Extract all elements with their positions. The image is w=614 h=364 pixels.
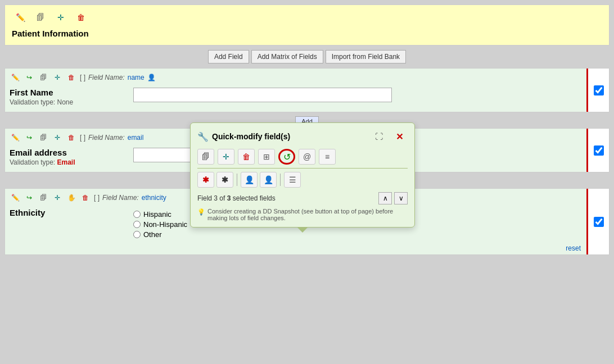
radio-other-input[interactable] xyxy=(133,231,141,238)
field-name-label: Field Name: xyxy=(88,74,125,81)
popup-user-icon[interactable]: 👤 xyxy=(241,172,258,188)
field-name-value: name xyxy=(128,74,145,81)
move-ethnicity-icon[interactable]: ✛ xyxy=(52,192,63,203)
field-name-value-email: email xyxy=(128,134,144,142)
popup-grid-icon[interactable]: ⊞ xyxy=(258,149,275,165)
patient-info-toolbar: ✏️ 🗐 ✛ 🗑 xyxy=(12,10,602,25)
select-email-checkbox[interactable] xyxy=(594,145,604,156)
popup-copy-icon[interactable]: 🗐 xyxy=(197,149,214,165)
add-matrix-button[interactable]: Add Matrix of Fields xyxy=(251,50,323,63)
quick-modify-popup: 🔧 Quick-modify field(s) ⛶ ✕ 🗐 ✛ 🗑 ⊞ ↺ @ … xyxy=(190,122,415,228)
field-validation-name: Validation type: None xyxy=(10,98,122,106)
field-label-ethnicity: Ethnicity xyxy=(10,208,122,217)
nav-down-button[interactable]: ∨ xyxy=(394,192,408,204)
popup-branch-icon[interactable]: ↺ xyxy=(278,149,295,165)
popup-asterisk-icon[interactable]: ✱ xyxy=(216,172,233,188)
move-icon[interactable]: ✛ xyxy=(52,10,69,25)
edit-ethnicity-icon[interactable]: ✏️ xyxy=(10,192,21,203)
branch-ethnicity-icon[interactable]: ↪ xyxy=(24,192,35,203)
popup-nav-buttons: ∧ ∨ xyxy=(378,192,408,204)
branch-email-icon[interactable]: ↪ xyxy=(24,132,35,143)
field-validation-email: Validation type: Email xyxy=(10,158,122,166)
radio-non-hispanic-input[interactable] xyxy=(133,221,141,228)
popup-move-icon[interactable]: ✛ xyxy=(218,149,234,165)
field-name-label-ethnicity: Field Name: xyxy=(102,194,139,202)
popup-info: 💡 Consider creating a DD Snapshot (see b… xyxy=(197,208,408,221)
delete-field-icon[interactable]: 🗑 xyxy=(66,72,77,83)
patient-info-section: ✏️ 🗐 ✛ 🗑 Patient Information xyxy=(4,4,610,46)
popup-asterisk-red-icon[interactable]: ✱ xyxy=(197,172,214,188)
page-title: Patient Information xyxy=(12,29,602,38)
radio-options-ethnicity: Hispanic Non-Hispanic Other xyxy=(133,210,187,239)
radio-other[interactable]: Other xyxy=(133,230,187,239)
popup-toolbar-row1: 🗐 ✛ 🗑 ⊞ ↺ @ ≡ xyxy=(197,149,408,169)
popup-user-remove-icon[interactable]: 👤 xyxy=(260,172,277,188)
bracket-open-ethnicity: [ ] xyxy=(94,194,100,202)
popup-nav-text: Field 3 of 3 selected fields xyxy=(197,194,276,202)
copy-icon[interactable]: 🗐 xyxy=(32,10,49,25)
expand-icon[interactable]: ⛶ xyxy=(371,129,387,144)
field-checkbox-email xyxy=(586,129,609,172)
radio-non-hispanic-label: Non-Hispanic xyxy=(143,220,187,229)
field-label-email: Email address xyxy=(10,148,122,157)
delete-ethnicity-icon[interactable]: ✋ xyxy=(66,192,77,203)
bracket-open: [ ] xyxy=(80,74,85,81)
radio-hispanic[interactable]: Hispanic xyxy=(133,210,187,219)
bracket-open-email: [ ] xyxy=(80,134,85,142)
wrench-icon: 🔧 xyxy=(197,131,209,142)
field-content-name: First Name Validation type: None xyxy=(10,85,604,108)
move-field-icon[interactable]: ✛ xyxy=(52,72,63,83)
popup-delete-icon[interactable]: 🗑 xyxy=(238,149,255,165)
action-button-bar: Add Field Add Matrix of Fields Import fr… xyxy=(4,50,610,63)
select-ethnicity-checkbox[interactable] xyxy=(594,217,604,227)
popup-close-icon[interactable]: ✕ xyxy=(391,129,408,144)
separator-1 xyxy=(237,174,237,186)
radio-hispanic-input[interactable] xyxy=(133,211,141,218)
popup-align-icon[interactable]: ☰ xyxy=(284,172,301,188)
name-text-input[interactable] xyxy=(133,88,392,102)
copy-email-icon[interactable]: 🗐 xyxy=(38,132,49,143)
field-name-label-email: Field Name: xyxy=(88,134,125,142)
popup-nav-row: Field 3 of 3 selected fields ∧ ∨ xyxy=(197,192,408,204)
select-name-checkbox[interactable] xyxy=(594,85,604,95)
popup-title: 🔧 Quick-modify field(s) xyxy=(197,131,290,142)
field-name-value-ethnicity: ethnicity xyxy=(142,194,166,202)
field-header-name: ✏️ ↪ 🗐 ✛ 🗑 [ ] Field Name: name 👤 xyxy=(10,72,604,83)
field-checkbox-ethnicity xyxy=(586,189,609,254)
popup-header-icons: ⛶ ✕ xyxy=(371,129,408,144)
reset-link[interactable]: reset xyxy=(566,244,581,252)
trash-ethnicity-icon[interactable]: 🗑 xyxy=(80,192,91,203)
field-row-name: ✏️ ↪ 🗐 ✛ 🗑 [ ] Field Name: name 👤 First … xyxy=(4,68,610,112)
radio-other-label: Other xyxy=(143,230,162,239)
delete-email-icon[interactable]: 🗑 xyxy=(66,132,77,143)
edit-field-icon[interactable]: ✏️ xyxy=(10,72,21,83)
copy-ethnicity-icon[interactable]: 🗐 xyxy=(38,192,49,203)
info-icon: 💡 xyxy=(197,208,205,216)
nav-up-button[interactable]: ∧ xyxy=(378,192,392,204)
copy-field-icon[interactable]: 🗐 xyxy=(38,72,49,83)
edit-email-icon[interactable]: ✏️ xyxy=(10,132,21,143)
popup-at-icon[interactable]: @ xyxy=(299,149,315,165)
field-checkbox-name xyxy=(586,69,609,112)
radio-non-hispanic[interactable]: Non-Hispanic xyxy=(133,220,187,229)
move-email-icon[interactable]: ✛ xyxy=(52,132,63,143)
separator-2 xyxy=(280,174,281,186)
user-icon: 👤 xyxy=(147,74,156,81)
popup-header: 🔧 Quick-modify field(s) ⛶ ✕ xyxy=(197,129,408,144)
edit-icon[interactable]: ✏️ xyxy=(12,10,29,25)
delete-icon[interactable]: 🗑 xyxy=(73,10,89,25)
branch-icon[interactable]: ↪ xyxy=(24,72,35,83)
field-label-name: First Name xyxy=(10,88,122,97)
radio-hispanic-label: Hispanic xyxy=(143,210,171,219)
add-field-button[interactable]: Add Field xyxy=(208,50,249,63)
popup-list-icon[interactable]: ≡ xyxy=(319,149,336,165)
field-input-area-name xyxy=(133,88,604,102)
popup-toolbar-row2: ✱ ✱ 👤 👤 ☰ xyxy=(197,172,408,188)
import-field-bank-button[interactable]: Import from Field Bank xyxy=(326,50,406,63)
